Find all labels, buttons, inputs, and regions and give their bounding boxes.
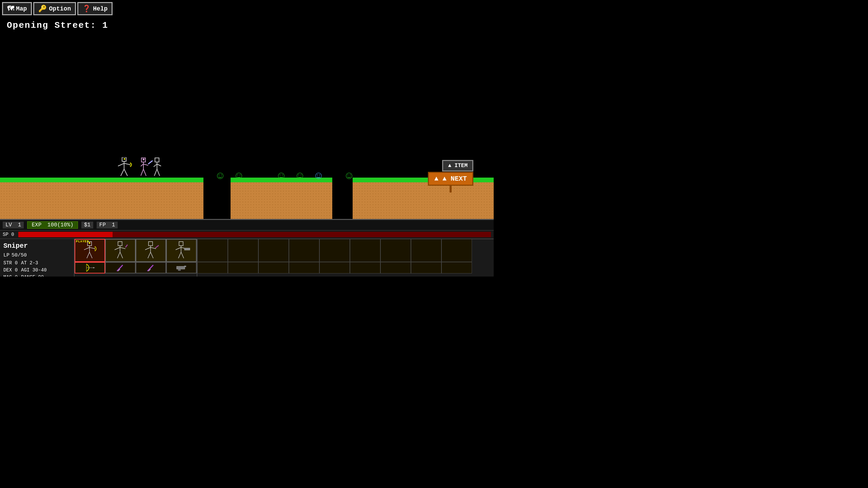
dex-label: DEX bbox=[3, 267, 12, 273]
svg-rect-30 bbox=[118, 242, 122, 246]
svg-line-46 bbox=[176, 247, 181, 250]
svg-line-11 bbox=[141, 164, 143, 167]
inv-slot-fill-2 bbox=[487, 239, 494, 262]
dex-value: 0 bbox=[15, 267, 18, 273]
svg-marker-53 bbox=[93, 267, 95, 268]
inv-slot-bottom-7[interactable] bbox=[411, 262, 441, 273]
char-item-row bbox=[75, 262, 197, 273]
help-button[interactable]: ❓ Help bbox=[77, 2, 113, 15]
lv-display: LV 1 bbox=[3, 222, 24, 228]
inv-slot-fill-1 bbox=[479, 239, 486, 262]
inv-slot-top-0[interactable] bbox=[197, 239, 228, 262]
item-button-area[interactable]: ▲ ITEM bbox=[442, 160, 473, 171]
lp-label: LP bbox=[3, 252, 9, 260]
option-button[interactable]: 🔑 Option bbox=[33, 2, 76, 15]
money-display: $1 bbox=[81, 222, 93, 228]
inv-slot-bottom-6[interactable] bbox=[380, 262, 411, 273]
item-button-label: ▲ ITEM bbox=[448, 163, 468, 169]
inv-slot-top-8[interactable] bbox=[441, 239, 472, 262]
sp-value: SP 0 bbox=[3, 232, 14, 237]
inventory-slots bbox=[197, 239, 494, 277]
char-slot-2[interactable] bbox=[136, 239, 166, 262]
char-slot-3[interactable] bbox=[166, 239, 197, 262]
inv-slot-bottom-2[interactable] bbox=[258, 262, 289, 273]
str-value: 0 bbox=[15, 260, 18, 266]
inv-slot-top-1[interactable] bbox=[228, 239, 258, 262]
inv-slot-top-3[interactable] bbox=[289, 239, 319, 262]
svg-line-41 bbox=[155, 245, 159, 248]
svg-line-42 bbox=[148, 252, 151, 258]
svg-line-13 bbox=[141, 169, 143, 176]
svg-line-39 bbox=[145, 247, 151, 250]
svg-line-21 bbox=[157, 169, 160, 176]
fp-value: 1 bbox=[112, 222, 115, 228]
svg-line-26 bbox=[90, 247, 95, 249]
svg-line-15 bbox=[148, 161, 153, 164]
fp-display: FP 1 bbox=[97, 222, 118, 228]
map-button[interactable]: 🗺 Map bbox=[2, 2, 32, 15]
item-slot-1[interactable] bbox=[105, 262, 136, 273]
char-figure-3 bbox=[167, 240, 196, 261]
at-label: AT bbox=[21, 260, 27, 266]
lp-value: 50/50 bbox=[12, 252, 27, 260]
char-slot-0[interactable]: PLAYER bbox=[75, 239, 105, 262]
svg-rect-44 bbox=[179, 242, 183, 246]
svg-line-4 bbox=[124, 163, 130, 165]
svg-rect-58 bbox=[177, 266, 185, 269]
ground-gap1 bbox=[203, 178, 231, 219]
enemy-smiley-blue: ☺ bbox=[315, 170, 322, 182]
inv-slot-bottom-5[interactable] bbox=[350, 262, 380, 273]
map-label: Map bbox=[16, 5, 27, 12]
agi-label: AGI bbox=[21, 267, 29, 273]
inv-slot-top-6[interactable] bbox=[380, 239, 411, 262]
enemy-smiley-2: ☺ bbox=[236, 170, 242, 182]
stats-panel: Sniper LP 50/50 STR 0 DEX 0 MAG 0 AT 2-3… bbox=[0, 239, 75, 277]
char-figure-1 bbox=[106, 240, 135, 261]
next-sign: ▲ ▲ NEXT bbox=[428, 172, 473, 192]
exp-label: EXP bbox=[32, 222, 41, 228]
hp-bar-container bbox=[18, 232, 491, 237]
svg-line-56 bbox=[147, 265, 153, 271]
inv-slot-top-5[interactable] bbox=[350, 239, 380, 262]
svg-line-14 bbox=[143, 169, 146, 176]
inv-slot-bottom-0[interactable] bbox=[197, 262, 228, 273]
svg-rect-60 bbox=[184, 266, 186, 267]
inv-slot-bottom-1[interactable] bbox=[228, 262, 258, 273]
svg-line-35 bbox=[117, 252, 120, 258]
svg-rect-1 bbox=[124, 158, 125, 160]
inv-slot-top-7[interactable] bbox=[411, 239, 441, 262]
svg-line-29 bbox=[90, 252, 92, 258]
inv-slot-bottom-8[interactable] bbox=[441, 262, 472, 273]
item-slot-3[interactable] bbox=[166, 262, 197, 273]
mag-label: MAG bbox=[3, 274, 12, 277]
char-figure-2 bbox=[136, 240, 165, 261]
svg-line-49 bbox=[178, 252, 181, 258]
enemy-smiley-4: ☺ bbox=[297, 170, 303, 182]
svg-line-12 bbox=[143, 164, 148, 165]
enemy-smiley-3: ☺ bbox=[278, 170, 284, 182]
fp-label: FP bbox=[99, 222, 106, 228]
svg-line-20 bbox=[154, 169, 157, 176]
option-icon: 🔑 bbox=[38, 4, 47, 13]
location-label: Opening Street: 1 bbox=[7, 20, 108, 30]
inv-slot-top-2[interactable] bbox=[258, 239, 289, 262]
svg-line-34 bbox=[125, 245, 127, 247]
char-slot-0-label: PLAYER bbox=[76, 240, 89, 243]
inv-slot-fill-0 bbox=[472, 239, 479, 262]
svg-rect-9 bbox=[143, 159, 144, 160]
item-slot-2[interactable] bbox=[136, 262, 166, 273]
inv-slot-top-4[interactable] bbox=[319, 239, 350, 262]
inv-slot-bottom-3[interactable] bbox=[289, 262, 319, 273]
status-bar: LV 1 EXP 100(10%) $1 FP 1 bbox=[0, 220, 494, 230]
agi-value: 30-40 bbox=[33, 267, 47, 273]
range-label: RANGE bbox=[21, 274, 35, 277]
mag-value: 0 bbox=[15, 274, 18, 277]
class-name: Sniper bbox=[3, 242, 28, 250]
lv-value: 1 bbox=[18, 222, 21, 228]
next-label: ▲ NEXT bbox=[442, 175, 467, 183]
svg-line-54 bbox=[117, 265, 123, 271]
char-slot-1[interactable] bbox=[105, 239, 136, 262]
exp-display: EXP 100(10%) bbox=[27, 221, 78, 229]
inv-slot-bottom-4[interactable] bbox=[319, 262, 350, 273]
item-slot-0[interactable] bbox=[75, 262, 105, 273]
